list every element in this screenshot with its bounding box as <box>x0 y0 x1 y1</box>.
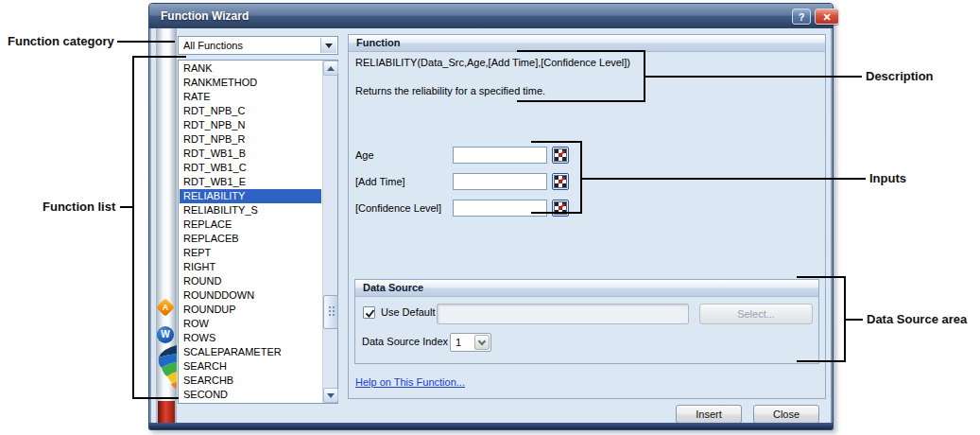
close-button[interactable]: ✕ <box>815 9 839 25</box>
list-item[interactable]: RANK <box>180 61 321 76</box>
scrollbar-up-icon <box>327 66 335 71</box>
help-icon: ? <box>799 11 805 23</box>
input-label-age: Age <box>355 149 374 161</box>
list-item[interactable]: RDT_WB1_E <box>180 175 321 189</box>
annotation-bracket <box>132 397 179 399</box>
list-item[interactable]: SEARCHB <box>180 374 321 388</box>
annotation-function-list: Function list <box>43 200 115 214</box>
insert-button-label: Insert <box>696 409 722 420</box>
chevron-down-icon <box>325 44 333 48</box>
use-default-checkbox[interactable] <box>363 306 375 319</box>
annotation-line <box>582 178 866 180</box>
list-item[interactable]: SECOND <box>180 388 321 402</box>
list-item[interactable]: RDT_NPB_C <box>180 104 321 118</box>
dropdown-value: All Functions <box>183 37 243 54</box>
dialog-title: Function Wizard <box>161 4 249 28</box>
dropdown-arrow-button[interactable] <box>320 38 336 53</box>
function-panel: Function RELIABILITY(Data_Src,Age,[Add T… <box>348 34 826 399</box>
close-button-label: Close <box>773 409 799 420</box>
list-item[interactable]: SEARCH <box>180 359 321 374</box>
annotation-line <box>846 319 863 321</box>
input-label-confidence-level: [Confidence Level] <box>355 202 441 214</box>
function-list-items: RANKRANKMETHODRATERDT_NPB_CRDT_NPB_NRDT_… <box>180 61 321 402</box>
confidence-level-field[interactable] <box>453 200 547 217</box>
annotation-bracket <box>844 276 846 362</box>
age-field[interactable] <box>453 147 547 164</box>
annotation-bracket <box>797 360 846 362</box>
annotation-bracket <box>531 141 582 143</box>
annotation-bracket <box>580 141 582 214</box>
scrollbar-up-button[interactable] <box>323 61 338 76</box>
annotation-function-category: Function category <box>8 34 114 48</box>
function-wizard-dialog: Function Wizard ? ✕ A W All Functions RA… <box>148 3 834 430</box>
annotation-bracket <box>517 50 645 52</box>
scrollbar-down-button[interactable] <box>323 388 338 403</box>
cell-reference-icon <box>554 148 567 162</box>
age-cell-reference-button[interactable] <box>552 147 569 164</box>
function-signature: RELIABILITY(Data_Src,Age,[Add Time],[Con… <box>355 57 630 68</box>
list-item[interactable]: REPLACEB <box>180 232 321 246</box>
annotation-bracket <box>797 276 846 278</box>
insert-button[interactable]: Insert <box>676 405 742 424</box>
list-item[interactable]: SCALEPARAMETER <box>180 345 321 359</box>
data-source-field[interactable] <box>437 304 689 324</box>
list-item[interactable]: ROUNDDOWN <box>180 288 321 303</box>
list-item[interactable]: ROUND <box>180 274 321 288</box>
data-source-panel: Data Source Use Default Select... Data S… <box>354 279 819 364</box>
close-icon: ✕ <box>822 11 831 23</box>
list-item[interactable]: RATE <box>180 90 321 104</box>
confidence-cell-reference-button[interactable] <box>552 200 569 217</box>
list-item[interactable]: RDT_NPB_R <box>180 132 321 147</box>
list-item[interactable]: ROW <box>180 317 321 331</box>
annotation-line <box>645 76 862 78</box>
alta-a-letter: A <box>159 301 172 314</box>
list-item[interactable]: RELIABILITY_S <box>180 203 321 218</box>
data-source-header: Data Source <box>355 280 818 297</box>
titlebar[interactable]: Function Wizard ? ✕ <box>149 4 833 28</box>
list-item[interactable]: REPLACE <box>180 218 321 232</box>
list-item[interactable]: ROUNDUP <box>180 303 321 317</box>
list-item[interactable]: RDT_WB1_C <box>180 161 321 175</box>
function-listbox: RANKRANKMETHODRATERDT_NPB_CRDT_NPB_NRDT_… <box>178 60 338 404</box>
scrollbar-grip-icon <box>329 310 331 312</box>
annotation-bracket <box>644 50 645 102</box>
help-button[interactable]: ? <box>792 9 811 25</box>
input-label-add-time: [Add Time] <box>355 176 405 187</box>
add-time-cell-reference-button[interactable] <box>552 173 569 190</box>
reliasoft-wave-icon <box>156 345 177 391</box>
annotation-bracket <box>132 56 186 58</box>
index-value: 1 <box>456 334 461 351</box>
index-dropdown-arrow-button[interactable] <box>474 335 490 350</box>
use-default-label: Use Default <box>381 306 435 318</box>
annotation-inputs: Inputs <box>869 171 906 185</box>
check-icon <box>364 307 376 320</box>
list-item[interactable]: RDT_WB1_B <box>180 147 321 161</box>
list-item[interactable]: RELIABILITY <box>180 189 321 203</box>
weibull-w-icon: W <box>157 326 174 343</box>
list-item[interactable]: ROWS <box>180 331 321 345</box>
add-time-field[interactable] <box>453 173 547 190</box>
annotation-bracket <box>531 212 582 214</box>
list-item[interactable]: RIGHT <box>180 260 321 274</box>
dialog-bottom-edge <box>149 423 833 429</box>
list-item[interactable]: REPT <box>180 246 321 260</box>
function-category-dropdown[interactable]: All Functions <box>178 36 338 55</box>
help-on-function-link[interactable]: Help on This Function... <box>355 376 465 388</box>
chevron-down-icon <box>478 338 486 345</box>
annotation-bracket <box>132 56 134 399</box>
scrollbar-down-icon <box>327 393 335 398</box>
data-source-index-label: Data Source Index <box>362 336 448 347</box>
annotation-data-source-area: Data Source area <box>867 312 967 326</box>
list-item[interactable]: RDT_NPB_N <box>180 118 321 132</box>
scrollbar[interactable] <box>322 61 337 403</box>
annotation-description: Description <box>866 69 934 83</box>
data-source-index-dropdown[interactable]: 1 <box>450 333 491 352</box>
alta-a-icon: A <box>156 298 175 317</box>
close-dialog-button[interactable]: Close <box>753 405 819 424</box>
scrollbar-thumb[interactable] <box>323 295 338 329</box>
select-button[interactable]: Select... <box>699 304 813 324</box>
annotation-bracket <box>517 100 645 102</box>
annotation-line <box>117 41 175 43</box>
function-description: Returns the reliability for a specified … <box>355 85 545 96</box>
list-item[interactable]: RANKMETHOD <box>180 76 321 90</box>
